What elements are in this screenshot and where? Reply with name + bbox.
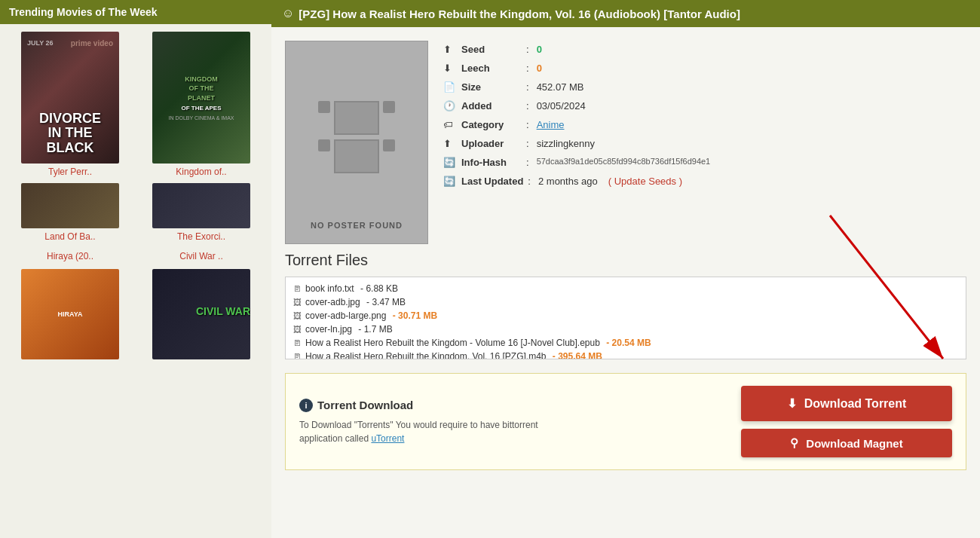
movie-card-kingdom[interactable]: KINGDOMOF THEPLANETOF THE APES IN DOLBY … [139, 32, 264, 177]
download-magnet-button[interactable]: ⚲ Download Magnet [741, 429, 952, 457]
movie-label-kingdom: Kingdom of.. [176, 167, 226, 177]
film-hole-2 [383, 101, 395, 113]
movie-label-civilwar: Civil War .. [179, 251, 223, 261]
file-item-0: 🖹 book info.txt - 6.88 KB [293, 283, 958, 294]
added-icon: 🕐 [443, 100, 457, 112]
infohash-icon: 🔄 [443, 157, 457, 168]
file-icon-2: 🖼 [293, 311, 302, 320]
download-torrent-label: Download Torrent [804, 397, 907, 411]
sidebar-header: Trending Movies of The Week [0, 0, 271, 24]
movie-poster-divorce: prime video JULY 26 DIVORCEIN THEBLACK [21, 32, 119, 164]
movie-poster-hiraya: HIRAYA [21, 269, 119, 359]
uploader-label: Uploader [461, 138, 522, 149]
torrent-poster: NO POSTER FOUND [285, 41, 428, 244]
movie-card-hiraya-poster[interactable]: HIRAYA [8, 269, 133, 359]
download-buttons: ⬇ Download Torrent ⚲ Download Magnet [741, 386, 952, 457]
download-magnet-label: Download Magnet [806, 437, 902, 450]
download-torrent-icon: ⬇ [787, 396, 797, 411]
movie-card-civilwar-poster[interactable]: CIVIL WAR [139, 269, 264, 359]
seed-value: 0 [537, 44, 542, 55]
file-icon-1: 🖼 [293, 298, 302, 307]
film-hole-3 [318, 139, 330, 151]
download-title-text: Torrent Download [317, 399, 413, 411]
file-item-2: 🖼 cover-adb-large.png - 30.71 MB [293, 310, 958, 321]
download-magnet-icon: ⚲ [790, 436, 798, 450]
detail-uploader-row: ⬆ Uploader : sizzlingkenny [443, 138, 966, 149]
seed-icon: ⬆ [443, 44, 457, 55]
movie-label-hiraya: Hiraya (20.. [47, 251, 93, 261]
category-value[interactable]: Anime [537, 119, 565, 130]
size-label: Size [461, 81, 522, 93]
file-icon-5: 🖹 [293, 352, 302, 359]
movie-card-land[interactable]: Land Of Ba.. [8, 183, 133, 242]
movie-label-divorce: Tyler Perr.. [48, 167, 92, 177]
download-torrent-button[interactable]: ⬇ Download Torrent [741, 386, 952, 421]
main-content: ☺ [PZG] How a Realist Hero Rebuilt the K… [271, 0, 980, 538]
infohash-value: 57dcaa3f9a1de05c85fd994c8b736df15f6d94e1 [537, 157, 711, 166]
sidebar-bottom-movies: HIRAYA CIVIL WAR [0, 269, 271, 367]
file-name-2: cover-adb-large.png [305, 310, 386, 321]
film-hole-4 [383, 139, 395, 151]
film-frame-top [334, 101, 379, 135]
movie-poster-kingdom: KINGDOMOF THEPLANETOF THE APES IN DOLBY … [152, 32, 250, 164]
detail-seed-row: ⬆ Seed : 0 [443, 44, 966, 55]
torrent-details: ⬆ Seed : 0 ⬇ Leech : 0 📄 Size : 452.07 M… [443, 41, 966, 244]
download-title: i Torrent Download [299, 399, 556, 412]
added-label: Added [461, 100, 522, 112]
sidebar: Trending Movies of The Week prime video … [0, 0, 271, 538]
leech-label: Leech [461, 63, 522, 74]
detail-size-row: 📄 Size : 452.07 MB [443, 81, 966, 93]
movie-poster-land [21, 183, 119, 228]
detail-infohash-row: 🔄 Info-Hash : 57dcaa3f9a1de05c85fd994c8b… [443, 157, 966, 168]
movie-title-divorce: DIVORCEIN THEBLACK [39, 112, 101, 156]
lastupdated-label: Last Updated [461, 176, 523, 187]
movie-label-exorcist: The Exorci.. [177, 231, 225, 242]
file-name-3: cover-ln.jpg [305, 324, 352, 335]
files-section-title: Torrent Files [285, 252, 966, 269]
file-icon-3: 🖼 [293, 325, 302, 334]
sidebar-extra-movies: Hiraya (20.. Civil War .. [0, 249, 271, 269]
file-item-4: 🖹 How a Realist Hero Rebuilt the Kingdom… [293, 338, 958, 348]
size-icon: 📄 [443, 81, 457, 93]
movie-card-exorcist[interactable]: The Exorci.. [139, 183, 264, 242]
file-size-1: - 3.47 MB [364, 297, 406, 307]
movie-card-divorce[interactable]: prime video JULY 26 DIVORCEIN THEBLACK T… [8, 32, 133, 177]
update-seeds-link[interactable]: ( Update Seeds ) [608, 176, 682, 187]
infohash-label: Info-Hash [461, 157, 522, 168]
uploader-value: sizzlingkenny [537, 138, 595, 149]
page-title-bar: ☺ [PZG] How a Realist Hero Rebuilt the K… [271, 0, 980, 27]
lastupdated-icon: 🔄 [443, 176, 457, 187]
file-size-5: - 395.64 MB [550, 351, 602, 359]
movie-card-hiraya[interactable]: Hiraya (20.. [8, 249, 133, 261]
download-info-text: To Download "Torrents" You would require… [299, 420, 538, 444]
file-size-0: - 6.88 KB [358, 283, 398, 294]
files-list[interactable]: 🖹 book info.txt - 6.88 KB 🖼 cover-adb.jp… [285, 277, 966, 359]
file-name-4: How a Realist Hero Rebuilt the Kingdom -… [305, 338, 600, 348]
file-size-4: - 20.54 MB [604, 338, 651, 348]
file-item-5: 🖹 How a Realist Hero Rebuilt the Kingdom… [293, 351, 958, 359]
film-hole [318, 101, 330, 113]
category-label: Category [461, 119, 522, 130]
download-info: i Torrent Download To Download "Torrents… [299, 399, 556, 445]
file-name-0: book info.txt [305, 283, 354, 294]
file-item-3: 🖼 cover-ln.jpg - 1.7 MB [293, 324, 958, 335]
detail-category-row: 🏷 Category : Anime [443, 119, 966, 130]
title-emoji: ☺ [282, 7, 294, 20]
torrent-info-section: NO POSTER FOUND ⬆ Seed : 0 ⬇ Leech : 0 📄… [271, 27, 980, 252]
file-size-3: - 1.7 MB [356, 324, 393, 335]
movie-poster-exorcist [152, 183, 250, 228]
leech-icon: ⬇ [443, 63, 457, 74]
file-name-1: cover-adb.jpg [305, 297, 360, 307]
detail-added-row: 🕐 Added : 03/05/2024 [443, 100, 966, 112]
leech-value: 0 [537, 63, 542, 74]
info-icon: i [299, 399, 313, 412]
download-section: i Torrent Download To Download "Torrents… [285, 373, 966, 470]
sidebar-title: Trending Movies of The Week [9, 6, 158, 18]
film-frame-bottom [334, 139, 379, 173]
page-title: [PZG] How a Realist Hero Rebuilt the Kin… [299, 8, 740, 20]
movie-card-civilwar[interactable]: Civil War .. [139, 249, 264, 261]
detail-lastupdated-row: 🔄 Last Updated : 2 months ago ( Update S… [443, 176, 966, 187]
download-description: To Download "Torrents" You would require… [299, 418, 556, 445]
utorrent-link[interactable]: uTorrent [371, 433, 404, 444]
file-item-1: 🖼 cover-adb.jpg - 3.47 MB [293, 297, 958, 307]
